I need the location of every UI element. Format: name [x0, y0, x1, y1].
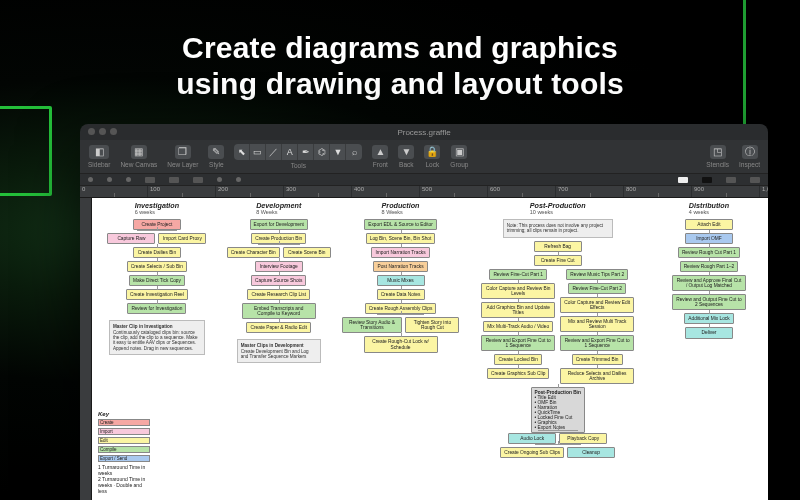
flow-node[interactable]: Refresh Bag — [534, 241, 582, 252]
tool-stamp[interactable]: ▼ — [330, 144, 346, 160]
flow-node[interactable]: Import OMF — [685, 233, 733, 244]
flow-node[interactable]: Audio Lock — [508, 433, 556, 444]
app-window: Process.graffle ◧ Sidebar ▦ New Canvas ❐… — [80, 124, 768, 500]
flow-node[interactable]: Create Research Clip List — [247, 289, 310, 300]
new-canvas-button[interactable]: ▦ New Canvas — [120, 145, 157, 168]
window-titlebar[interactable]: Process.graffle — [80, 124, 768, 140]
sidebar-icon: ◧ — [95, 147, 104, 157]
flow-node[interactable]: Color Capture and Review Edit Effects — [560, 297, 634, 313]
flow-node[interactable]: Create Graphics Sub Clip — [487, 368, 549, 379]
new-layer-button[interactable]: ❐ New Layer — [167, 145, 198, 168]
ruler-vertical[interactable] — [80, 198, 92, 500]
flow-node[interactable]: Post Narration Tracks — [373, 261, 427, 272]
tool-text[interactable]: A — [282, 144, 298, 160]
main-toolbar: ◧ Sidebar ▦ New Canvas ❐ New Layer ✎ Sty… — [80, 140, 768, 174]
ruler-tick: 900 — [692, 186, 760, 197]
flow-node[interactable]: Music Mixes — [377, 275, 425, 286]
flow-node[interactable]: Import Narration Tracks — [371, 247, 429, 258]
flow-node[interactable]: Add Graphics Bin and Update Titles — [481, 302, 555, 318]
decor-square — [0, 106, 52, 196]
ruler-tick: 100 — [148, 186, 216, 197]
zoom-icon[interactable] — [110, 128, 117, 135]
flow-node[interactable]: Reduce Selects and Dailies Archive — [560, 368, 634, 384]
tool-line[interactable]: ／ — [266, 144, 282, 160]
flow-node[interactable]: Create Data Notes — [377, 289, 425, 300]
flow-node[interactable]: Review Story Audio & Transitions — [342, 317, 403, 333]
flow-node[interactable]: Review and Approve Final Cut / Output Lo… — [672, 275, 746, 291]
format-bar[interactable] — [80, 174, 768, 186]
tool-select[interactable]: ⬉ — [234, 144, 250, 160]
flow-node[interactable]: Review Fine-Cut Part 2 — [568, 283, 626, 294]
flow-node[interactable]: Create Locked Bin — [494, 354, 542, 365]
flow-node[interactable]: Embed Transcripts and Compile to Keyword — [242, 303, 316, 319]
flow-node[interactable]: Create Rough-Cut Lock w/ Schedule — [364, 336, 438, 352]
layer-plus-icon: ❐ — [178, 147, 187, 157]
flow-node[interactable]: Cleanup — [567, 447, 615, 458]
legend-swatch: Create — [98, 419, 150, 426]
flow-node[interactable]: Playback Copy — [559, 433, 607, 444]
tool-browse[interactable]: ⌕ — [346, 144, 362, 160]
marketing-headline: Create diagrams and graphics using drawi… — [0, 30, 800, 102]
flow-node[interactable]: Export EDL & Source to Editor — [364, 219, 437, 230]
flow-node[interactable]: Capture Raw — [107, 233, 155, 244]
close-icon[interactable] — [88, 128, 95, 135]
flow-node[interactable]: Review Fine-Cut Part 1 — [489, 269, 547, 280]
flow-node[interactable]: Deliver — [685, 327, 733, 338]
tool-pen[interactable]: ✒ — [298, 144, 314, 160]
annotation-box: Master Clip in InvestigationContinuously… — [109, 320, 205, 354]
flow-node[interactable]: Capture Source Shots — [251, 275, 306, 286]
flow-node[interactable]: Mix and Review Multi Track Session — [560, 316, 634, 332]
flow-node[interactable]: Export for Development — [250, 219, 308, 230]
send-back-icon: ▼ — [401, 147, 411, 157]
window-traffic-lights[interactable] — [88, 128, 117, 135]
phase-title: Post-Production — [530, 202, 586, 209]
info-icon: ⓘ — [745, 147, 755, 157]
tools-segmented[interactable]: ⬉ ▭ ／ A ✒ ⌬ ▼ ⌕ — [234, 144, 362, 160]
legend-footnote: 2 Turnaround Time in weeks · Double and … — [98, 476, 150, 494]
flow-node[interactable]: Review Rough Part 1–2 — [680, 261, 739, 272]
flow-node[interactable]: Review and Output Fine Cut to 2 Sequence… — [672, 294, 746, 310]
ruler-horizontal[interactable]: 01002003004005006007008009001,0001,1001,… — [80, 186, 768, 198]
fill-swatch-white[interactable] — [678, 177, 688, 183]
flow-node[interactable]: Create Trimmed Bin — [572, 354, 623, 365]
flow-node[interactable]: Create Scene Bin — [283, 247, 331, 258]
stencils-button[interactable]: ◳ Stencils — [706, 145, 729, 168]
minimize-icon[interactable] — [99, 128, 106, 135]
ruler-tick: 700 — [556, 186, 624, 197]
flow-node[interactable]: Create Ongoing Sub Clips — [500, 447, 564, 458]
flow-node[interactable]: Create Investigation Reel — [126, 289, 188, 300]
flow-node[interactable]: Attach Edit — [685, 219, 733, 230]
group-button[interactable]: ▣ Group — [450, 145, 468, 168]
flow-node[interactable]: Tighten Story into Rough Cut — [405, 317, 459, 333]
flow-node[interactable]: Create Fine Cut — [534, 255, 582, 266]
flow-node[interactable]: Additional Mix Lock — [684, 313, 733, 324]
flow-node[interactable]: Make Direct Tick Copy — [129, 275, 185, 286]
front-button[interactable]: ▲ Front — [372, 145, 388, 168]
canvas[interactable]: Investigation6 weeksCreate ProjectCaptur… — [92, 198, 768, 500]
back-button[interactable]: ▼ Back — [398, 145, 414, 168]
flow-node[interactable]: Review Rough Cut Part 1 — [678, 247, 740, 258]
flow-node[interactable]: Import Card Proxy — [158, 233, 206, 244]
flow-node[interactable]: Review and Export Fine Cut to 1 Sequence — [481, 335, 555, 351]
flow-node[interactable]: Interview Footage — [255, 261, 303, 272]
flow-node[interactable]: Log Bin, Scene Bin, Bin Shot — [366, 233, 436, 244]
flow-node[interactable]: Create Selects / Sub Bin — [127, 261, 187, 272]
tool-shape[interactable]: ▭ — [250, 144, 266, 160]
flow-node[interactable]: Color Capture and Review Bin Levels — [481, 283, 555, 299]
sidebar-toggle-button[interactable]: ◧ Sidebar — [88, 145, 110, 168]
style-button[interactable]: ✎ Style — [208, 145, 224, 168]
flow-node[interactable]: Review Music Tips Part 2 — [566, 269, 628, 280]
inspect-button[interactable]: ⓘ Inspect — [739, 145, 760, 168]
flow-node[interactable]: Create Character Bin — [227, 247, 280, 258]
lock-button[interactable]: 🔒 Lock — [424, 145, 440, 168]
tool-diagram[interactable]: ⌬ — [314, 144, 330, 160]
flow-node[interactable]: Mix Multi-Track Audio / Video — [483, 321, 553, 332]
ruler-tick: 1,000 — [760, 186, 768, 197]
flow-node[interactable]: Review for Investigation — [127, 303, 186, 314]
flow-node[interactable]: Review and Export Fine Cut to 1 Sequence — [560, 335, 634, 351]
fill-swatch-black[interactable] — [702, 177, 712, 183]
flow-node[interactable]: Create Dailies Bin — [133, 247, 181, 258]
canvas-plus-icon: ▦ — [134, 147, 143, 157]
phase-title: Distribution — [689, 202, 729, 209]
flow-node[interactable]: Create Paper & Radio Edit — [246, 322, 311, 333]
